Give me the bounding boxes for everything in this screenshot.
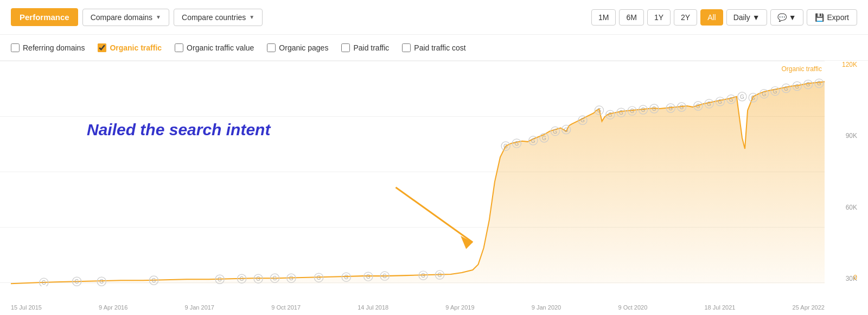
- time-6m-button[interactable]: 6M: [619, 9, 643, 26]
- grid-line-top: [0, 61, 825, 61]
- svg-text:G: G: [652, 106, 656, 112]
- svg-text:G: G: [421, 273, 425, 279]
- filter-organic-traffic[interactable]: Organic traffic: [98, 43, 162, 52]
- x-label-7: 9 Oct 2020: [618, 304, 647, 311]
- export-button[interactable]: 💾 Export: [807, 9, 857, 26]
- x-label-6: 9 Jan 2020: [532, 304, 561, 311]
- organic-pages-label: Organic pages: [279, 43, 328, 52]
- svg-text:G: G: [608, 112, 612, 118]
- x-label-5: 9 Apr 2019: [445, 304, 474, 311]
- svg-text:G: G: [289, 275, 293, 281]
- filter-organic-pages[interactable]: Organic pages: [267, 43, 328, 52]
- svg-text:G: G: [619, 110, 623, 116]
- svg-text:G: G: [503, 143, 508, 149]
- referring-domains-checkbox[interactable]: [11, 43, 20, 52]
- svg-text:G: G: [806, 81, 810, 87]
- svg-line-84: [395, 187, 473, 242]
- time-1y-button[interactable]: 1Y: [647, 9, 671, 26]
- x-label-4: 14 Jul 2018: [358, 304, 388, 311]
- svg-text:G: G: [679, 104, 684, 110]
- svg-text:G: G: [272, 275, 277, 281]
- x-label-0: 15 Jul 2015: [11, 304, 42, 311]
- svg-text:G: G: [784, 86, 788, 92]
- y-label-60k: 60K: [842, 204, 857, 211]
- svg-text:G: G: [707, 101, 711, 107]
- paid-traffic-cost-checkbox[interactable]: [402, 43, 411, 52]
- paid-traffic-checkbox[interactable]: [341, 43, 350, 52]
- annotation-text: Nailed the search intent: [87, 121, 270, 139]
- svg-text:G: G: [641, 107, 645, 113]
- comment-button[interactable]: 💬 ▼: [770, 9, 803, 26]
- organic-pages-checkbox[interactable]: [267, 43, 276, 52]
- export-icon: 💾: [815, 13, 824, 22]
- y-axis-labels: 120K 90K 60K 30K: [842, 61, 857, 282]
- x-label-1: 9 Apr 2016: [99, 304, 127, 311]
- referring-domains-label: Referring domains: [23, 43, 85, 52]
- y-label-90k: 90K: [842, 132, 857, 140]
- svg-text:G: G: [75, 279, 79, 285]
- filter-paid-traffic[interactable]: Paid traffic: [341, 43, 389, 52]
- svg-text:G: G: [740, 94, 744, 100]
- compare-domains-label: Compare domains: [91, 13, 152, 22]
- chart-svg: G G G G G G G G G G G G G G G G G G G G …: [11, 66, 825, 286]
- export-label: Export: [827, 13, 849, 22]
- organic-traffic-value-checkbox[interactable]: [175, 43, 183, 52]
- x-label-2: 9 Jan 2017: [185, 304, 214, 311]
- daily-label: Daily: [733, 13, 750, 22]
- svg-text:G: G: [151, 278, 156, 284]
- svg-text:G: G: [99, 279, 104, 285]
- svg-text:G: G: [729, 97, 733, 103]
- svg-text:G: G: [240, 276, 244, 282]
- svg-text:G: G: [317, 275, 321, 281]
- daily-button[interactable]: Daily ▼: [726, 9, 767, 26]
- svg-text:G: G: [218, 276, 222, 282]
- filters-row: Referring domains Organic traffic Organi…: [0, 35, 868, 61]
- organic-traffic-value-label: Organic traffic value: [187, 43, 254, 52]
- organic-traffic-label: Organic traffic: [110, 43, 162, 52]
- svg-text:G: G: [564, 127, 569, 133]
- svg-text:G: G: [553, 129, 557, 135]
- svg-text:G: G: [542, 135, 546, 141]
- svg-text:G: G: [773, 89, 777, 94]
- compare-domains-button[interactable]: Compare domains ▼: [82, 9, 169, 26]
- time-1m-button[interactable]: 1M: [591, 9, 616, 26]
- chart-area: Organic traffic 120K 90K 60K 30K 0: [0, 61, 868, 315]
- compare-countries-button[interactable]: Compare countries ▼: [174, 9, 263, 26]
- x-axis-labels: 15 Jul 2015 9 Apr 2016 9 Jan 2017 9 Oct …: [11, 304, 825, 311]
- svg-text:G: G: [718, 99, 722, 105]
- paid-traffic-cost-label: Paid traffic cost: [414, 43, 465, 52]
- comment-icon: 💬: [777, 13, 787, 22]
- svg-text:G: G: [437, 272, 442, 278]
- performance-button[interactable]: Performance: [11, 8, 78, 26]
- svg-text:G: G: [256, 276, 260, 282]
- chevron-down-icon: ▼: [789, 13, 796, 22]
- svg-text:G: G: [668, 105, 673, 111]
- svg-text:G: G: [382, 273, 387, 279]
- svg-text:G: G: [344, 274, 348, 280]
- svg-text:G: G: [751, 95, 755, 101]
- y-label-120k: 120K: [842, 61, 857, 68]
- chevron-down-icon: ▼: [249, 14, 254, 20]
- paid-traffic-label: Paid traffic: [353, 43, 389, 52]
- compare-countries-label: Compare countries: [182, 13, 246, 22]
- annotation-arrow: [395, 187, 473, 249]
- x-label-3: 9 Oct 2017: [271, 304, 301, 311]
- svg-text:G: G: [514, 141, 519, 147]
- x-label-8: 18 Jul 2021: [705, 304, 736, 311]
- organic-traffic-checkbox[interactable]: [98, 43, 106, 52]
- filter-referring-domains[interactable]: Referring domains: [11, 43, 85, 52]
- svg-text:G: G: [795, 84, 799, 90]
- svg-text:G: G: [630, 108, 634, 114]
- y-label-zero: 0: [853, 274, 857, 281]
- svg-text:G: G: [597, 108, 601, 114]
- svg-text:G: G: [762, 91, 766, 97]
- toolbar: Performance Compare domains ▼ Compare co…: [0, 0, 868, 35]
- filter-organic-traffic-value[interactable]: Organic traffic value: [175, 43, 254, 52]
- toolbar-right: 1M 6M 1Y 2Y All Daily ▼ 💬 ▼ 💾 Export: [591, 9, 857, 26]
- svg-text:G: G: [580, 117, 585, 123]
- time-2y-button[interactable]: 2Y: [674, 9, 697, 26]
- time-all-button[interactable]: All: [700, 9, 723, 26]
- filter-paid-traffic-cost[interactable]: Paid traffic cost: [402, 43, 465, 52]
- svg-text:G: G: [42, 280, 46, 286]
- svg-text:G: G: [696, 103, 700, 109]
